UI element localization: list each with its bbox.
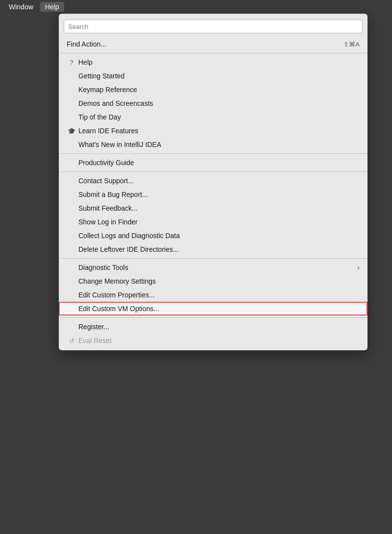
divider-after-find-action [59, 53, 368, 53]
contact-support-label: Contact Support... [78, 177, 360, 185]
menu-item-edit-custom-props[interactable]: Edit Custom Properties... [59, 288, 368, 302]
eval-reset-icon: ↺ [67, 337, 76, 344]
submit-bug-label: Submit a Bug Report... [78, 191, 360, 198]
menu-bar: Window Help [0, 0, 68, 14]
divider-after-productivity-guide [59, 171, 368, 172]
diagnostic-tools-label: Diagnostic Tools [78, 264, 357, 271]
productivity-guide-label: Productivity Guide [78, 159, 360, 167]
menu-item-eval-reset[interactable]: ↺Eval Reset [59, 334, 368, 347]
menu-item-show-log[interactable]: Show Log in Finder [59, 215, 368, 229]
keymap-reference-label: Keymap Reference [78, 86, 360, 94]
menu-item-submit-feedback[interactable]: Submit Feedback... [59, 201, 368, 215]
help-label: Help [78, 58, 360, 66]
menu-item-change-memory[interactable]: Change Memory Settings [59, 274, 368, 288]
search-input[interactable] [64, 20, 363, 33]
menu-item-delete-leftover[interactable]: Delete Leftover IDE Directories... [59, 243, 368, 256]
find-action-label: Find Action... [67, 40, 343, 48]
demos-screencasts-label: Demos and Screencasts [78, 99, 360, 107]
find-action-shortcut: ⇧⌘A [343, 41, 360, 48]
search-container [59, 17, 368, 37]
menu-item-edit-custom-vm[interactable]: Edit Custom VM Options... [59, 302, 368, 316]
menu-item-whats-new[interactable]: What's New in IntelliJ IDEA [59, 138, 368, 151]
menu-item-keymap-reference[interactable]: Keymap Reference [59, 83, 368, 97]
delete-leftover-label: Delete Leftover IDE Directories... [78, 245, 360, 253]
menu-item-submit-bug[interactable]: Submit a Bug Report... [59, 188, 368, 201]
menu-items-container: ?HelpGetting StartedKeymap ReferenceDemo… [59, 55, 368, 347]
menu-item-register[interactable]: Register... [59, 320, 368, 334]
edit-custom-vm-label: Edit Custom VM Options... [78, 305, 360, 313]
help-menu[interactable]: Help [40, 2, 64, 12]
diagnostic-tools-submenu-arrow: › [357, 264, 360, 271]
edit-custom-props-label: Edit Custom Properties... [78, 291, 360, 299]
menu-item-demos-screencasts[interactable]: Demos and Screencasts [59, 97, 368, 110]
menu-item-help[interactable]: ?Help [59, 55, 368, 69]
menu-item-contact-support[interactable]: Contact Support... [59, 174, 368, 188]
menu-item-collect-logs[interactable]: Collect Logs and Diagnostic Data [59, 229, 368, 243]
menu-item-productivity-guide[interactable]: Productivity Guide [59, 156, 368, 170]
help-dropdown-menu: Find Action... ⇧⌘A ?HelpGetting StartedK… [59, 14, 368, 350]
menu-item-diagnostic-tools[interactable]: Diagnostic Tools› [59, 261, 368, 274]
submit-feedback-label: Submit Feedback... [78, 204, 360, 212]
register-label: Register... [78, 323, 360, 331]
menu-item-tip-of-day[interactable]: Tip of the Day [59, 110, 368, 124]
menu-item-getting-started[interactable]: Getting Started [59, 69, 368, 83]
getting-started-label: Getting Started [78, 72, 360, 80]
divider-after-whats-new [59, 153, 368, 154]
divider-after-delete-leftover [59, 258, 368, 259]
eval-reset-label: Eval Reset [78, 337, 360, 344]
whats-new-label: What's New in IntelliJ IDEA [78, 141, 360, 148]
divider-after-edit-custom-vm [59, 317, 368, 318]
change-memory-label: Change Memory Settings [78, 277, 360, 285]
menu-item-learn-ide[interactable]: 🎓Learn IDE Features [59, 124, 368, 138]
learn-ide-label: Learn IDE Features [78, 127, 360, 135]
window-menu[interactable]: Window [4, 2, 38, 12]
learn-ide-icon: 🎓 [67, 127, 76, 135]
find-action-item[interactable]: Find Action... ⇧⌘A [59, 37, 368, 51]
help-icon: ? [67, 59, 76, 66]
collect-logs-label: Collect Logs and Diagnostic Data [78, 232, 360, 240]
tip-of-day-label: Tip of the Day [78, 113, 360, 121]
show-log-label: Show Log in Finder [78, 218, 360, 226]
